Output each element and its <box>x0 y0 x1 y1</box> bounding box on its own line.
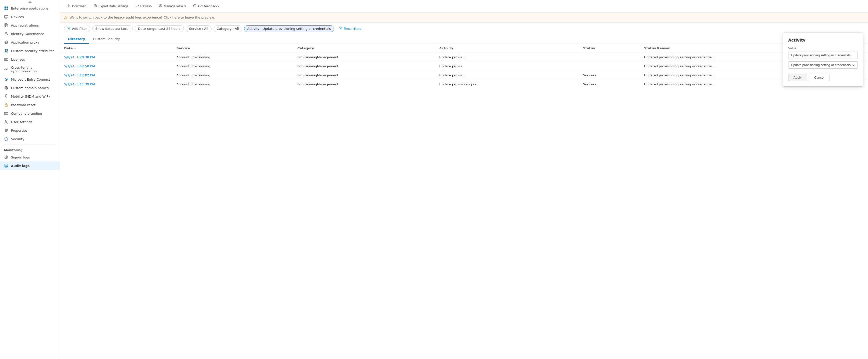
user-settings-icon <box>4 120 8 124</box>
reset-filters-button[interactable]: Reset filters <box>336 25 364 32</box>
manage-view-label: Manage view <box>164 4 183 8</box>
audit-logs-table: Date ↓ Service Category Activity Status <box>60 44 868 89</box>
sidebar-item-custom-domain-names[interactable]: Custom domain names <box>0 84 60 92</box>
sidebar-item-password-reset[interactable]: Password reset <box>0 101 60 109</box>
properties-icon <box>4 128 8 133</box>
popup-value-input[interactable] <box>788 52 858 59</box>
sidebar-item-sign-in-logs[interactable]: Sign-in logs <box>0 153 60 162</box>
sidebar-item-label: Properties <box>11 129 28 133</box>
feedback-icon <box>193 4 196 8</box>
category-label: Category : All <box>217 27 239 31</box>
date-link-1[interactable]: 5/7/24, 3:42:50 PM <box>64 64 95 68</box>
sidebar-item-audit-logs[interactable]: Audit logs <box>0 162 60 170</box>
show-dates-chip[interactable]: Show dates as: Local <box>92 25 133 32</box>
sidebar-item-identity-governance[interactable]: Identity Governance <box>0 30 60 38</box>
table-row: 5/7/24, 3:42:50 PM Account Provisioning … <box>60 62 868 71</box>
col-header-category[interactable]: Category <box>293 44 435 53</box>
svg-rect-48 <box>6 166 8 167</box>
download-icon <box>67 4 70 8</box>
reset-filters-icon <box>339 27 342 31</box>
banner-text: Want to switch back to the legacy audit … <box>69 16 215 19</box>
download-button[interactable]: Download <box>64 2 90 10</box>
refresh-button[interactable]: Refresh <box>132 2 155 10</box>
grid-icon <box>4 6 8 10</box>
cell-date-2: 5/7/24, 3:12:02 PM <box>60 71 172 80</box>
sidebar-item-mobility[interactable]: Mobility (MDM and WIP) <box>0 92 60 101</box>
reset-filters-label: Reset filters <box>344 27 361 31</box>
service-chip[interactable]: Service : All <box>186 25 212 32</box>
domain-icon <box>4 86 8 90</box>
cell-status-2: Success <box>579 71 640 80</box>
sidebar-item-label: User settings <box>11 120 32 124</box>
sidebar-item-entra-connect[interactable]: Microsoft Entra Connect <box>0 75 60 84</box>
col-header-status[interactable]: Status <box>579 44 640 53</box>
custom-sec-icon <box>4 49 8 53</box>
refresh-label: Refresh <box>140 4 152 8</box>
svg-point-25 <box>6 79 7 80</box>
sidebar-item-app-registrations[interactable]: App registrations <box>0 21 60 30</box>
sidebar-item-label: Licenses <box>11 58 25 61</box>
cell-date-3: 5/7/24, 3:11:39 PM <box>60 80 172 89</box>
category-chip[interactable]: Category : All <box>214 25 242 32</box>
chevron-down-icon: ▾ <box>184 4 186 8</box>
sidebar-item-enterprise-applications[interactable]: Enterprise applications <box>0 4 60 12</box>
preview-banner[interactable]: ⚠ Want to switch back to the legacy audi… <box>60 12 868 23</box>
signin-icon <box>4 155 8 160</box>
tab-custom-security[interactable]: Custom Security <box>89 34 124 44</box>
sidebar-item-label: Enterprise applications <box>11 6 49 10</box>
svg-point-10 <box>5 32 7 34</box>
popup-activity-select[interactable]: Update provisioning setting or credentia… <box>788 61 858 68</box>
manage-view-button[interactable]: Manage view ▾ <box>156 2 189 10</box>
sidebar-item-company-branding[interactable]: Company branding <box>0 109 60 118</box>
date-range-chip[interactable]: Date range: Last 24 hours <box>135 25 184 32</box>
date-link-2[interactable]: 5/7/24, 3:12:02 PM <box>64 73 95 77</box>
sidebar-item-label: Security <box>11 137 24 141</box>
feedback-button[interactable]: Got feedback? <box>190 2 222 10</box>
tabs-row: Directory Custom Security <box>60 34 868 44</box>
sidebar-item-security[interactable]: Security <box>0 135 60 143</box>
sidebar-item-label: Identity Governance <box>11 32 44 36</box>
col-header-service[interactable]: Service <box>172 44 293 53</box>
sidebar-item-cross-tenant[interactable]: Cross-tenant synchronization <box>0 63 60 75</box>
svg-rect-14 <box>5 49 6 51</box>
popup-cancel-button[interactable]: Cancel <box>809 74 830 81</box>
popup-title: Activity <box>788 38 858 43</box>
entra-connect-icon <box>4 77 8 82</box>
filter-icon <box>67 27 70 31</box>
cell-category-2: ProvisioningManagement <box>293 71 435 80</box>
sidebar-item-user-settings[interactable]: User settings <box>0 118 60 126</box>
activity-label: Activity : Update provisioning setting o… <box>247 27 331 31</box>
security-icon <box>4 137 8 141</box>
sidebar-item-properties[interactable]: Properties <box>0 126 60 135</box>
sidebar-item-label: Company branding <box>11 112 42 115</box>
date-link-3[interactable]: 5/7/24, 3:11:39 PM <box>64 82 95 86</box>
col-header-date[interactable]: Date ↓ <box>60 44 172 53</box>
sidebar-item-application-proxy[interactable]: Application proxy <box>0 38 60 47</box>
export-button[interactable]: Export Data Settings <box>91 2 131 10</box>
sidebar-item-licenses[interactable]: Licenses <box>0 55 60 63</box>
svg-rect-33 <box>5 113 6 114</box>
col-header-activity[interactable]: Activity <box>435 44 579 53</box>
sidebar-item-devices[interactable]: Devices <box>0 12 60 21</box>
sidebar-item-custom-security-attributes[interactable]: Custom security attributes <box>0 47 60 55</box>
date-link-0[interactable]: 5/8/24, 1:20:38 PM <box>64 55 95 59</box>
tab-directory-label: Directory <box>68 37 85 41</box>
refresh-icon <box>135 4 139 8</box>
sidebar-item-label: Mobility (MDM and WIP) <box>11 94 50 99</box>
sidebar-item-label: Custom security attributes <box>11 49 54 53</box>
add-filter-chip[interactable]: Add filter <box>64 25 90 32</box>
svg-point-36 <box>5 121 6 122</box>
feedback-label: Got feedback? <box>198 4 219 8</box>
license-icon <box>4 57 8 62</box>
filters-row: Add filter Show dates as: Local Date ran… <box>60 23 868 34</box>
app-proxy-icon <box>4 40 8 45</box>
sidebar-item-label: Audit logs <box>11 164 30 168</box>
cell-activity-3: Update provisioning set... <box>435 80 579 89</box>
tab-directory[interactable]: Directory <box>64 34 89 44</box>
activity-chip[interactable]: Activity : Update provisioning setting o… <box>244 25 334 32</box>
svg-rect-2 <box>4 8 6 10</box>
manage-view-icon <box>159 4 162 8</box>
svg-rect-15 <box>6 49 8 51</box>
export-icon <box>94 4 97 8</box>
popup-apply-button[interactable]: Apply <box>788 74 807 81</box>
